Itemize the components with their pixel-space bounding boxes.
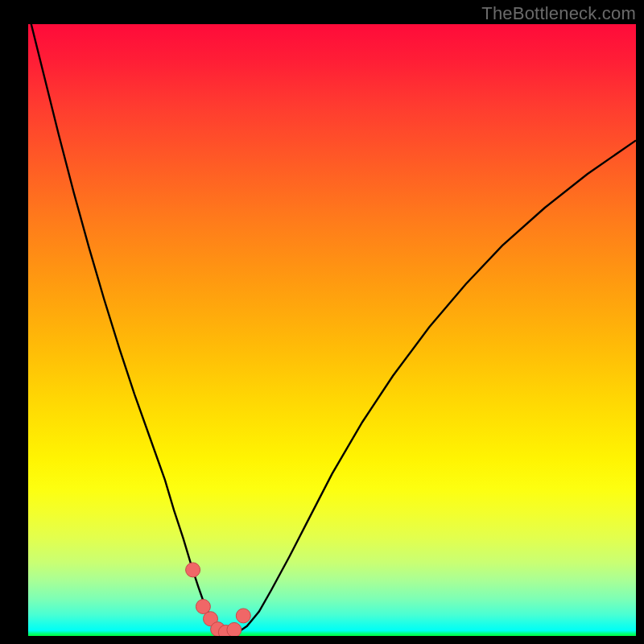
- marker-point: [186, 563, 200, 577]
- bottleneck-curve-svg: [28, 24, 636, 636]
- bottleneck-curve: [28, 24, 636, 635]
- chart-frame: TheBottleneck.com: [0, 0, 644, 644]
- watermark-text: TheBottleneck.com: [481, 3, 636, 24]
- plot-area: [28, 24, 636, 636]
- marker-point: [227, 622, 242, 636]
- highlighted-points: [186, 563, 251, 636]
- marker-point: [236, 609, 250, 623]
